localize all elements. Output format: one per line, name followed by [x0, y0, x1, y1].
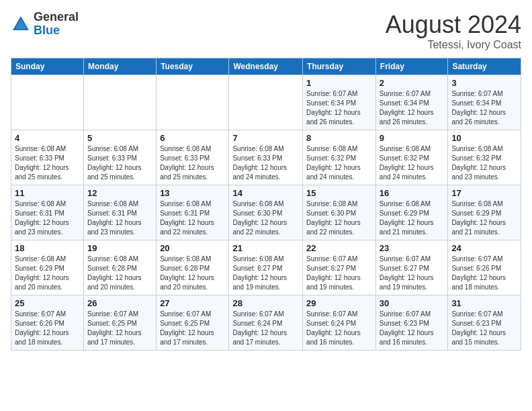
day-number: 31 — [451, 298, 517, 308]
calendar-day-cell: 9Sunrise: 6:08 AM Sunset: 6:32 PM Daylig… — [375, 130, 448, 185]
day-number: 18 — [15, 243, 80, 253]
day-number: 8 — [306, 133, 372, 143]
logo-general: General — [34, 11, 79, 24]
day-info: Sunrise: 6:08 AM Sunset: 6:32 PM Dayligh… — [306, 144, 372, 182]
logo: General Blue — [11, 11, 79, 38]
day-of-week-header: Monday — [83, 58, 156, 75]
calendar-week-row: 25Sunrise: 6:07 AM Sunset: 6:26 PM Dayli… — [11, 295, 521, 351]
day-number: 5 — [87, 133, 152, 143]
day-number: 12 — [87, 188, 152, 198]
day-number: 1 — [306, 78, 372, 88]
day-of-week-header: Saturday — [448, 58, 521, 75]
day-info: Sunrise: 6:07 AM Sunset: 6:23 PM Dayligh… — [451, 310, 517, 347]
day-info: Sunrise: 6:08 AM Sunset: 6:30 PM Dayligh… — [232, 199, 299, 237]
day-of-week-header: Friday — [375, 58, 448, 75]
logo-text: General Blue — [34, 11, 79, 38]
calendar-day-cell — [11, 75, 84, 130]
calendar-day-cell — [83, 75, 156, 130]
day-info: Sunrise: 6:07 AM Sunset: 6:26 PM Dayligh… — [15, 310, 80, 347]
page-header: General Blue August 2024 Tetessi, Ivory … — [11, 11, 521, 51]
day-info: Sunrise: 6:08 AM Sunset: 6:30 PM Dayligh… — [306, 199, 372, 237]
day-of-week-header: Thursday — [303, 58, 376, 75]
day-number: 4 — [15, 133, 80, 143]
day-number: 14 — [232, 188, 299, 198]
calendar-header-row: SundayMondayTuesdayWednesdayThursdayFrid… — [11, 58, 521, 75]
calendar-week-row: 4Sunrise: 6:08 AM Sunset: 6:33 PM Daylig… — [11, 130, 521, 185]
calendar-day-cell: 10Sunrise: 6:08 AM Sunset: 6:32 PM Dayli… — [448, 130, 521, 185]
day-number: 3 — [451, 78, 517, 88]
day-info: Sunrise: 6:07 AM Sunset: 6:24 PM Dayligh… — [306, 310, 372, 347]
day-info: Sunrise: 6:07 AM Sunset: 6:24 PM Dayligh… — [232, 310, 299, 347]
calendar-day-cell: 26Sunrise: 6:07 AM Sunset: 6:25 PM Dayli… — [83, 295, 156, 351]
day-info: Sunrise: 6:07 AM Sunset: 6:27 PM Dayligh… — [380, 255, 445, 292]
day-info: Sunrise: 6:08 AM Sunset: 6:28 PM Dayligh… — [160, 255, 225, 292]
calendar-day-cell: 1Sunrise: 6:07 AM Sunset: 6:34 PM Daylig… — [303, 75, 376, 130]
calendar-day-cell: 21Sunrise: 6:08 AM Sunset: 6:27 PM Dayli… — [229, 240, 303, 295]
day-info: Sunrise: 6:08 AM Sunset: 6:29 PM Dayligh… — [15, 255, 80, 292]
calendar-day-cell: 30Sunrise: 6:07 AM Sunset: 6:23 PM Dayli… — [375, 295, 448, 351]
calendar-day-cell: 15Sunrise: 6:08 AM Sunset: 6:30 PM Dayli… — [303, 185, 376, 240]
calendar-table: SundayMondayTuesdayWednesdayThursdayFrid… — [11, 58, 521, 351]
day-info: Sunrise: 6:08 AM Sunset: 6:33 PM Dayligh… — [87, 144, 152, 182]
day-number: 30 — [380, 298, 445, 308]
day-info: Sunrise: 6:08 AM Sunset: 6:32 PM Dayligh… — [380, 144, 445, 182]
logo-icon — [11, 14, 31, 34]
calendar-day-cell: 7Sunrise: 6:08 AM Sunset: 6:33 PM Daylig… — [229, 130, 303, 185]
day-number: 9 — [380, 133, 445, 143]
day-info: Sunrise: 6:07 AM Sunset: 6:23 PM Dayligh… — [380, 310, 445, 347]
calendar-day-cell: 29Sunrise: 6:07 AM Sunset: 6:24 PM Dayli… — [303, 295, 376, 351]
day-number: 6 — [160, 133, 225, 143]
calendar-day-cell: 22Sunrise: 6:07 AM Sunset: 6:27 PM Dayli… — [303, 240, 376, 295]
calendar-week-row: 11Sunrise: 6:08 AM Sunset: 6:31 PM Dayli… — [11, 185, 521, 240]
day-info: Sunrise: 6:08 AM Sunset: 6:28 PM Dayligh… — [87, 255, 152, 292]
day-info: Sunrise: 6:07 AM Sunset: 6:27 PM Dayligh… — [306, 255, 372, 292]
day-info: Sunrise: 6:07 AM Sunset: 6:34 PM Dayligh… — [306, 89, 372, 127]
calendar-day-cell: 16Sunrise: 6:08 AM Sunset: 6:29 PM Dayli… — [375, 185, 448, 240]
calendar-day-cell: 24Sunrise: 6:07 AM Sunset: 6:26 PM Dayli… — [448, 240, 521, 295]
sub-title: Tetessi, Ivory Coast — [386, 39, 521, 51]
day-info: Sunrise: 6:08 AM Sunset: 6:29 PM Dayligh… — [451, 199, 517, 237]
day-number: 2 — [380, 78, 445, 88]
day-number: 20 — [160, 243, 225, 253]
calendar-day-cell: 20Sunrise: 6:08 AM Sunset: 6:28 PM Dayli… — [157, 240, 229, 295]
day-of-week-header: Wednesday — [229, 58, 303, 75]
day-number: 10 — [451, 133, 517, 143]
main-title: August 2024 — [386, 11, 521, 39]
calendar-day-cell: 25Sunrise: 6:07 AM Sunset: 6:26 PM Dayli… — [11, 295, 84, 351]
calendar-day-cell: 19Sunrise: 6:08 AM Sunset: 6:28 PM Dayli… — [83, 240, 156, 295]
title-block: August 2024 Tetessi, Ivory Coast — [386, 11, 521, 51]
calendar-day-cell — [229, 75, 303, 130]
day-number: 28 — [232, 298, 299, 308]
day-info: Sunrise: 6:08 AM Sunset: 6:31 PM Dayligh… — [87, 199, 152, 237]
calendar-day-cell: 6Sunrise: 6:08 AM Sunset: 6:33 PM Daylig… — [157, 130, 229, 185]
day-info: Sunrise: 6:08 AM Sunset: 6:33 PM Dayligh… — [15, 144, 80, 182]
calendar-day-cell: 23Sunrise: 6:07 AM Sunset: 6:27 PM Dayli… — [375, 240, 448, 295]
calendar-day-cell — [157, 75, 229, 130]
day-info: Sunrise: 6:07 AM Sunset: 6:25 PM Dayligh… — [87, 310, 152, 347]
day-number: 15 — [306, 188, 372, 198]
calendar-day-cell: 5Sunrise: 6:08 AM Sunset: 6:33 PM Daylig… — [83, 130, 156, 185]
day-info: Sunrise: 6:08 AM Sunset: 6:33 PM Dayligh… — [160, 144, 225, 182]
day-number: 24 — [451, 243, 517, 253]
calendar-day-cell: 12Sunrise: 6:08 AM Sunset: 6:31 PM Dayli… — [83, 185, 156, 240]
calendar-day-cell: 2Sunrise: 6:07 AM Sunset: 6:34 PM Daylig… — [375, 75, 448, 130]
calendar-day-cell: 3Sunrise: 6:07 AM Sunset: 6:34 PM Daylig… — [448, 75, 521, 130]
day-number: 19 — [87, 243, 152, 253]
calendar-day-cell: 8Sunrise: 6:08 AM Sunset: 6:32 PM Daylig… — [303, 130, 376, 185]
day-info: Sunrise: 6:07 AM Sunset: 6:26 PM Dayligh… — [451, 255, 517, 292]
day-info: Sunrise: 6:08 AM Sunset: 6:27 PM Dayligh… — [232, 255, 299, 292]
logo-blue: Blue — [34, 24, 79, 38]
day-number: 25 — [15, 298, 80, 308]
calendar-day-cell: 18Sunrise: 6:08 AM Sunset: 6:29 PM Dayli… — [11, 240, 84, 295]
calendar-day-cell: 28Sunrise: 6:07 AM Sunset: 6:24 PM Dayli… — [229, 295, 303, 351]
day-number: 21 — [232, 243, 299, 253]
calendar-day-cell: 27Sunrise: 6:07 AM Sunset: 6:25 PM Dayli… — [157, 295, 229, 351]
calendar-week-row: 18Sunrise: 6:08 AM Sunset: 6:29 PM Dayli… — [11, 240, 521, 295]
day-number: 11 — [15, 188, 80, 198]
day-info: Sunrise: 6:07 AM Sunset: 6:34 PM Dayligh… — [380, 89, 445, 127]
day-info: Sunrise: 6:07 AM Sunset: 6:25 PM Dayligh… — [160, 310, 225, 347]
day-info: Sunrise: 6:08 AM Sunset: 6:31 PM Dayligh… — [160, 199, 225, 237]
day-number: 16 — [380, 188, 445, 198]
calendar-week-row: 1Sunrise: 6:07 AM Sunset: 6:34 PM Daylig… — [11, 75, 521, 130]
day-number: 27 — [160, 298, 225, 308]
